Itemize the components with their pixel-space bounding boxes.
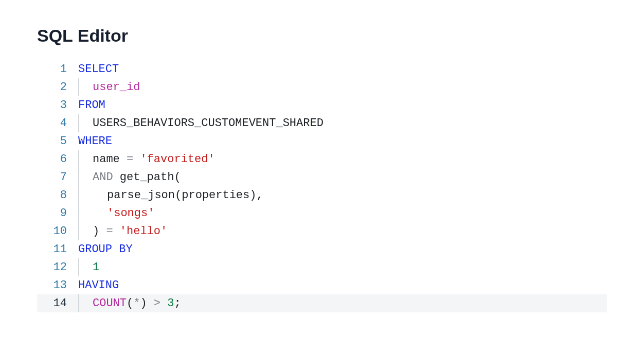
code-content[interactable]: parse_json(properties),: [78, 186, 263, 204]
token-default: get_path(: [113, 171, 181, 184]
token-operator: AND: [93, 171, 113, 184]
code-line[interactable]: 13HAVING: [37, 276, 607, 294]
line-number: 11: [37, 240, 78, 258]
indent-guide: [78, 204, 93, 222]
page-title: SQL Editor: [37, 26, 607, 46]
line-number: 6: [37, 150, 78, 168]
code-content[interactable]: 1: [78, 258, 99, 276]
token-identifier: COUNT: [93, 297, 127, 310]
token-keyword: FROM: [78, 99, 105, 112]
code-content[interactable]: ) = 'hello': [78, 222, 167, 240]
code-content[interactable]: COUNT(*) > 3;: [78, 294, 181, 312]
line-number: 12: [37, 258, 78, 276]
indent-guide: [78, 258, 93, 276]
code-content[interactable]: SELECT: [78, 60, 119, 78]
token-default: ): [93, 225, 106, 238]
indent-spacer: [93, 186, 107, 204]
token-number: 3: [167, 297, 174, 310]
line-number: 1: [37, 60, 78, 78]
code-content[interactable]: USERS_BEHAVIORS_CUSTOMEVENT_SHARED: [78, 114, 324, 132]
token-default: parse_json(properties),: [107, 189, 263, 202]
line-number: 8: [37, 186, 78, 204]
token-keyword: GROUP BY: [78, 243, 133, 256]
token-string: 'favorited': [140, 153, 214, 166]
token-default: [133, 153, 140, 166]
code-line[interactable]: 2user_id: [37, 78, 607, 96]
code-line[interactable]: 11GROUP BY: [37, 240, 607, 258]
token-operator: =: [106, 225, 113, 238]
code-content[interactable]: HAVING: [78, 276, 119, 294]
indent-guide: [78, 114, 93, 132]
indent-guide: [78, 78, 93, 96]
line-number: 7: [37, 168, 78, 186]
code-content[interactable]: name = 'favorited': [78, 150, 215, 168]
code-line[interactable]: 14COUNT(*) > 3;: [37, 294, 607, 312]
token-keyword: WHERE: [78, 135, 112, 148]
code-line[interactable]: 1SELECT: [37, 60, 607, 78]
code-content[interactable]: GROUP BY: [78, 240, 133, 258]
token-default: [160, 297, 167, 310]
token-punct: ): [140, 297, 153, 310]
code-content[interactable]: FROM: [78, 96, 105, 114]
code-content[interactable]: AND get_path(: [78, 168, 181, 186]
code-line[interactable]: 6name = 'favorited': [37, 150, 607, 168]
code-line[interactable]: 7AND get_path(: [37, 168, 607, 186]
line-number: 5: [37, 132, 78, 150]
token-string: 'hello': [120, 225, 167, 238]
indent-guide: [78, 186, 93, 204]
code-content[interactable]: WHERE: [78, 132, 112, 150]
code-line[interactable]: 9'songs': [37, 204, 607, 222]
code-line[interactable]: 5WHERE: [37, 132, 607, 150]
code-line[interactable]: 4USERS_BEHAVIORS_CUSTOMEVENT_SHARED: [37, 114, 607, 132]
token-operator: =: [127, 153, 133, 166]
code-line[interactable]: 10) = 'hello': [37, 222, 607, 240]
token-identifier: user_id: [93, 81, 140, 94]
line-number: 4: [37, 114, 78, 132]
indent-guide: [78, 294, 93, 312]
code-editor[interactable]: 1SELECT2user_id3FROM4USERS_BEHAVIORS_CUS…: [37, 60, 607, 312]
token-operator: >: [154, 297, 160, 310]
line-number: 13: [37, 276, 78, 294]
indent-guide: [78, 150, 93, 168]
token-default: name: [93, 153, 120, 166]
line-number: 2: [37, 78, 78, 96]
code-line[interactable]: 8parse_json(properties),: [37, 186, 607, 204]
code-content[interactable]: 'songs': [78, 204, 154, 222]
code-line[interactable]: 121: [37, 258, 607, 276]
code-content[interactable]: user_id: [78, 78, 140, 96]
indent-spacer: [93, 204, 107, 222]
code-line[interactable]: 3FROM: [37, 96, 607, 114]
token-operator: *: [133, 297, 140, 310]
token-keyword: HAVING: [78, 279, 119, 292]
line-number: 3: [37, 96, 78, 114]
sql-editor-panel: SQL Editor 1SELECT2user_id3FROM4USERS_BE…: [0, 0, 644, 312]
indent-guide: [78, 222, 93, 240]
indent-guide: [78, 168, 93, 186]
token-default: USERS_BEHAVIORS_CUSTOMEVENT_SHARED: [93, 117, 324, 130]
token-default: [113, 225, 120, 238]
token-default: [120, 153, 127, 166]
line-number: 10: [37, 222, 78, 240]
token-punct: ;: [174, 297, 181, 310]
line-number: 14: [37, 294, 78, 312]
line-number: 9: [37, 204, 78, 222]
token-keyword: SELECT: [78, 63, 119, 76]
token-punct: (: [127, 297, 133, 310]
token-string: 'songs': [107, 207, 154, 220]
token-number: 1: [93, 261, 99, 274]
